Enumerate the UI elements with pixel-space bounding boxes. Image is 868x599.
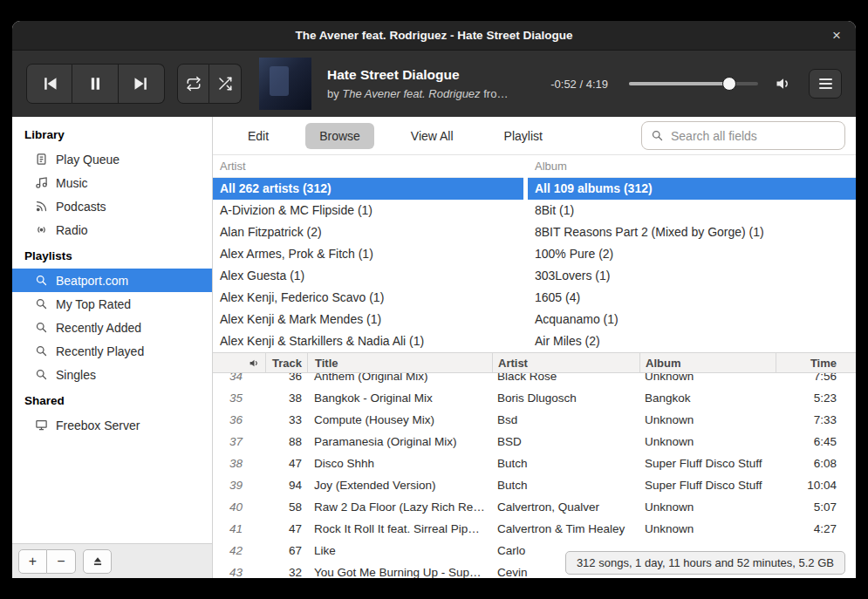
album-row[interactable]: Acquanamo (1) [528,309,856,330]
remove-button[interactable]: − [47,549,76,574]
track-row[interactable]: 40 58 Raw 2 Da Floor (Lazy Rich Re… Calv… [213,496,856,518]
track-number: 88 [265,435,307,448]
search-box [641,121,845,150]
library-status-tooltip: 312 songs, 1 day, 11 hours and 52 minute… [565,551,845,575]
track-album: Super Fluff Disco Stuff [639,479,776,492]
track-artist: Calvertron, Qualver [492,500,639,514]
artist-column-header[interactable]: Artist [213,155,523,178]
pause-button[interactable] [72,64,119,104]
artist-row[interactable]: Alex Armes, Prok & Fitch (1) [213,243,523,265]
artist-row[interactable]: Alex Kenji, Federico Scavo (1) [213,287,523,309]
menu-button[interactable] [809,69,842,99]
album-row[interactable]: 8Bit (1) [528,200,856,221]
sidebar-item-podcasts[interactable]: Podcasts [12,194,212,218]
repeat-button[interactable] [177,64,209,104]
track-column-header[interactable]: Track [265,353,307,372]
artist-column-header[interactable]: Artist [492,353,639,372]
track-time: 5:23 [776,391,856,405]
minus-icon: − [57,554,65,569]
track-number: 94 [265,479,307,492]
album-row[interactable]: 1605 (4) [528,287,856,309]
shuffle-button[interactable] [209,64,242,104]
sidebar-item-freebox-server[interactable]: Freebox Server [12,413,212,437]
from-suffix: fro… [481,87,509,100]
tab-edit[interactable]: Edit [234,123,283,149]
now-playing-title: Hate Street Dialogue [327,67,538,83]
album-row[interactable]: 100% Pure (2) [528,243,856,265]
sidebar-item-label: Radio [56,223,88,237]
track-artist: Butch [492,457,639,470]
sidebar-item-label: Beatport.com [56,274,128,288]
by-prefix: by [327,87,342,100]
volume-button[interactable] [770,71,796,97]
sidebar-item-my-top-rated[interactable]: My Top Rated [12,292,212,316]
artist-row[interactable]: Alex Kenji & Mark Mendes (1) [213,309,523,330]
sidebar-item-play-queue[interactable]: Play Queue [12,147,212,171]
track-row[interactable]: 39 94 Joy (Extended Version) Butch Super… [213,474,856,496]
sidebar-item-label: Music [56,176,88,190]
time-column-header[interactable]: Time [776,353,856,372]
album-art [259,58,311,110]
album-column-header[interactable]: Album [528,155,856,178]
album-row[interactable]: Air Miles (2) [528,330,856,352]
row-number: 40 [213,500,243,514]
track-row[interactable]: 38 47 Disco Shhh Butch Super Fluff Disco… [213,453,856,474]
album-row-all[interactable]: All 109 albums (312) [528,178,856,200]
search-input[interactable] [671,129,836,143]
track-row[interactable]: 36 33 Compute (Housey Mix) Bsd Unknown 7… [213,409,856,431]
seek-handle[interactable] [722,77,736,91]
track-row[interactable]: 37 88 Paramanesia (Original Mix) BSD Unk… [213,431,856,453]
album-column-header[interactable]: Album [639,353,776,372]
seek-slider[interactable] [629,73,758,94]
sidebar-item-singles[interactable]: Singles [12,363,212,386]
time-remaining-label: -0:52 / 4:19 [550,78,608,91]
album-row[interactable]: 8BIT Reasons Part 2 (Mixed by Gorge) (1) [528,221,856,243]
sidebar-item-radio[interactable]: Radio [12,218,212,242]
track-number: 58 [265,500,307,514]
artist-row[interactable]: Alex Guesta (1) [213,265,523,287]
track-row[interactable]: 35 38 Bangkok - Original Mix Boris Dlugo… [213,387,856,409]
track-title: Rock It Roll It feat. Sirreal Pip… [307,522,492,535]
track-title: Compute (Housey Mix) [307,413,492,426]
track-album: Unknown [639,413,776,426]
row-number: 42 [213,544,243,557]
tab-playlist[interactable]: Playlist [490,123,557,149]
sidebar-item-recently-added[interactable]: Recently Added [12,316,212,339]
playing-column-header[interactable] [243,357,265,369]
track-artist: Boris Dlugosch [492,391,639,405]
search-icon [35,344,48,357]
title-column-header[interactable]: Title [307,353,492,372]
sidebar-footer-toolbar: + − [12,543,212,578]
track-title: Disco Shhh [307,457,492,470]
sidebar: Library Play Queue Music Podcasts Radio [12,117,213,578]
artist-row[interactable]: A-Divizion & MC Flipside (1) [213,200,523,221]
next-button[interactable] [119,64,165,104]
track-time: 7:33 [776,413,856,426]
sidebar-item-music[interactable]: Music [12,171,212,194]
eject-button[interactable] [83,549,112,574]
seek-track [629,82,758,85]
speaker-icon [775,75,792,92]
track-number: 47 [265,457,307,470]
track-time: 6:45 [776,435,856,448]
sidebar-item-beatport[interactable]: Beatport.com [12,269,212,292]
repeat-icon [186,76,202,92]
tab-view-all[interactable]: View All [397,123,468,149]
music-note-icon [35,176,48,189]
album-row[interactable]: 303Lovers (1) [528,265,856,287]
seek-fill [629,82,729,85]
artist-row[interactable]: Alan Fitzpatrick (2) [213,221,523,243]
skip-forward-icon [133,75,150,92]
artist-row-all[interactable]: All 262 artists (312) [213,178,523,200]
track-list: 34 36 Anthem (Original Mix) Black Rose U… [213,373,856,578]
tab-browse[interactable]: Browse [305,123,374,149]
track-artist: BSD [492,435,639,448]
close-button[interactable]: × [826,25,847,46]
track-row[interactable]: 34 36 Anthem (Original Mix) Black Rose U… [213,373,856,387]
sidebar-item-recently-played[interactable]: Recently Played [12,339,212,363]
track-number: 38 [265,391,307,405]
previous-button[interactable] [26,64,72,104]
artist-row[interactable]: Alex Kenji & Starkillers & Nadia Ali (1) [213,330,523,352]
add-button[interactable]: + [18,549,47,574]
track-row[interactable]: 41 47 Rock It Roll It feat. Sirreal Pip…… [213,518,856,540]
